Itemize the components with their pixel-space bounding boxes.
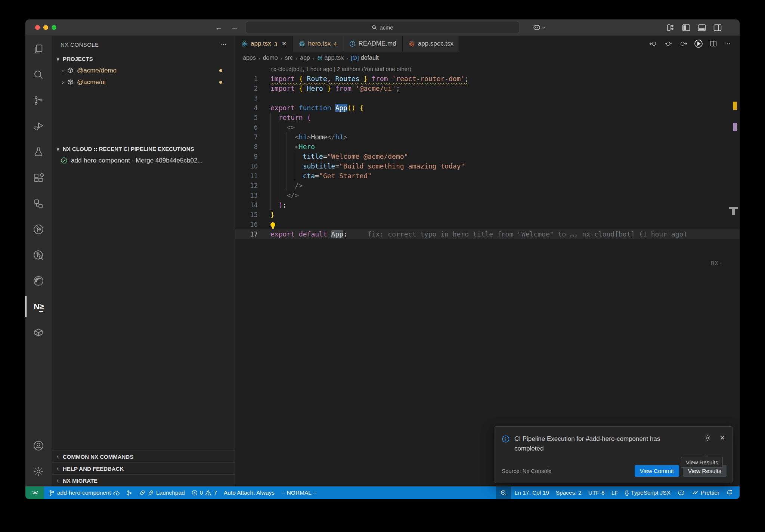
code-line[interactable]: 16 bbox=[235, 220, 740, 229]
vim-mode-item[interactable]: -- NORMAL -- bbox=[278, 486, 320, 499]
git-graph-item[interactable] bbox=[123, 486, 136, 499]
indentation-item[interactable]: Spaces: 2 bbox=[552, 486, 585, 499]
lightbulb-icon[interactable] bbox=[270, 222, 275, 227]
code-editor[interactable]: nx-cloud[bot], 1 hour ago | 2 authors (Y… bbox=[235, 64, 740, 486]
project-item-acme-ui[interactable]: › @acme/ui bbox=[52, 76, 235, 88]
encoding-item[interactable]: UTF-8 bbox=[585, 486, 608, 499]
container-icon[interactable] bbox=[25, 319, 52, 345]
pipeline-execution-item[interactable]: add-hero-component - Merge 409b44e5cb02.… bbox=[52, 155, 235, 166]
git-branch-icon bbox=[49, 490, 55, 496]
double-check-icon: ✓✓ bbox=[692, 489, 699, 496]
chevron-right-icon: › bbox=[55, 454, 61, 460]
run-debug-icon[interactable] bbox=[25, 113, 52, 139]
search-icon bbox=[372, 25, 377, 30]
account-icon[interactable] bbox=[25, 433, 52, 458]
package-icon bbox=[67, 78, 74, 86]
react-icon bbox=[317, 55, 323, 61]
history-back-button[interactable]: ← bbox=[215, 23, 223, 32]
code-line[interactable]: 3 bbox=[235, 93, 740, 103]
maximize-window-button[interactable] bbox=[52, 25, 56, 30]
tab-hero-tsx[interactable]: hero.tsx 4 bbox=[293, 36, 343, 52]
common-nx-commands-section[interactable]: › COMMON NX COMMANDS bbox=[52, 451, 235, 463]
git-branch-item[interactable]: add-hero-component bbox=[46, 486, 123, 499]
minimize-window-button[interactable] bbox=[43, 25, 48, 30]
code-line[interactable]: 11cta="Get Started" bbox=[235, 171, 740, 181]
language-mode-item[interactable]: {} TypeScript JSX bbox=[622, 486, 674, 499]
code-line[interactable]: 13</> bbox=[235, 191, 740, 200]
code-line[interactable]: 7<h1>Home</h1> bbox=[235, 132, 740, 142]
projects-section-header[interactable]: ∨ PROJECTS bbox=[52, 53, 235, 65]
cursor-position-item[interactable]: Ln 17, Col 19 bbox=[511, 486, 552, 499]
tab-readme-md[interactable]: README.md bbox=[343, 36, 403, 52]
commit-graph-icon[interactable] bbox=[25, 242, 52, 268]
tab-app-spec-tsx[interactable]: app.spec.tsx bbox=[403, 36, 460, 52]
git-blame-codelens[interactable]: nx-cloud[bot], 1 hour ago | 2 authors (Y… bbox=[270, 64, 740, 74]
remote-indicator[interactable]: >< bbox=[25, 486, 44, 499]
breadcrumb-item-symbol[interactable]: [∅] default bbox=[351, 55, 378, 61]
breadcrumb-item[interactable]: app.tsx bbox=[317, 55, 344, 61]
code-line[interactable]: 8<Hero bbox=[235, 142, 740, 152]
gitlens-icon[interactable] bbox=[25, 216, 52, 242]
formatter-item[interactable]: ✓✓ Prettier bbox=[688, 486, 723, 499]
code-line[interactable]: 15} bbox=[235, 210, 740, 220]
notifications-bell-item[interactable] bbox=[723, 486, 736, 499]
tab-app-tsx[interactable]: app.tsx 3 ✕ bbox=[235, 36, 293, 52]
code-line[interactable]: 2import { Hero } from '@acme/ui'; bbox=[235, 84, 740, 93]
view-commit-button[interactable]: View Commit bbox=[635, 465, 679, 477]
toggle-panel-icon[interactable] bbox=[698, 24, 706, 31]
zoom-indicator[interactable] bbox=[496, 486, 511, 499]
next-change-icon[interactable] bbox=[679, 40, 687, 47]
testing-icon[interactable] bbox=[25, 139, 52, 165]
code-line[interactable]: 12/> bbox=[235, 181, 740, 191]
command-center-search[interactable]: acme bbox=[245, 22, 520, 33]
current-change-icon[interactable] bbox=[664, 40, 672, 47]
help-feedback-section[interactable]: › HELP AND FEEDBACK bbox=[52, 463, 235, 474]
chevron-right-icon: › bbox=[55, 478, 61, 483]
copilot-menu[interactable] bbox=[533, 24, 546, 31]
hierarchy-icon[interactable] bbox=[25, 191, 52, 216]
customize-layout-icon[interactable] bbox=[667, 24, 675, 31]
split-editor-icon[interactable] bbox=[710, 40, 717, 47]
more-actions-icon[interactable]: ⋯ bbox=[724, 40, 731, 48]
search-icon[interactable] bbox=[25, 62, 52, 87]
launchpad-item[interactable]: Launchpad bbox=[136, 486, 188, 499]
breadcrumb-item[interactable]: src bbox=[285, 55, 293, 61]
nx-migrate-section[interactable]: › NX MIGRATE bbox=[52, 474, 235, 486]
source-control-icon[interactable] bbox=[25, 87, 52, 113]
explorer-icon[interactable] bbox=[25, 36, 52, 62]
code-line[interactable]: 9title="Welcome @acme/demo" bbox=[235, 152, 740, 161]
run-button-icon[interactable] bbox=[694, 39, 703, 48]
close-icon[interactable]: ✕ bbox=[720, 434, 725, 442]
zoom-out-icon bbox=[501, 490, 507, 496]
breadcrumb-item[interactable]: apps bbox=[243, 55, 256, 61]
project-item-acme-demo[interactable]: › @acme/demo bbox=[52, 65, 235, 76]
close-icon[interactable]: ✕ bbox=[282, 40, 287, 47]
code-line[interactable]: 14); bbox=[235, 200, 740, 210]
code-line[interactable]: 4export function App() { bbox=[235, 103, 740, 113]
extensions-icon[interactable] bbox=[25, 165, 52, 191]
problems-item[interactable]: 0 7 bbox=[188, 486, 220, 499]
breadcrumb-item[interactable]: demo bbox=[263, 55, 278, 61]
auto-attach-item[interactable]: Auto Attach: Always bbox=[220, 486, 278, 499]
swirl-icon[interactable] bbox=[25, 268, 52, 294]
chevron-down-icon bbox=[542, 26, 546, 29]
code-line[interactable]: 1import { Route, Routes } from 'react-ro… bbox=[235, 74, 740, 84]
toggle-secondary-sidebar-icon[interactable] bbox=[713, 24, 722, 31]
titlebar: ← → acme bbox=[25, 19, 740, 36]
previous-change-icon[interactable] bbox=[649, 40, 657, 47]
code-line[interactable]: 6<> bbox=[235, 123, 740, 132]
code-line[interactable]: 5return ( bbox=[235, 113, 740, 123]
more-actions-icon[interactable]: ⋯ bbox=[220, 40, 227, 49]
toggle-primary-sidebar-icon[interactable] bbox=[682, 24, 690, 31]
history-forward-button[interactable]: → bbox=[231, 23, 238, 32]
nx-console-icon[interactable]: N≥ bbox=[25, 294, 52, 319]
nx-cloud-section-header[interactable]: ∨ NX CLOUD :: RECENT CI PIPELINE EXECUTI… bbox=[52, 143, 235, 155]
code-line[interactable]: 17export default App;fix: correct typo i… bbox=[235, 229, 740, 239]
settings-gear-icon[interactable] bbox=[25, 458, 52, 484]
code-line[interactable]: 10subtitle="Build something amazing toda… bbox=[235, 161, 740, 171]
eol-item[interactable]: LF bbox=[608, 486, 622, 499]
copilot-status-item[interactable] bbox=[674, 486, 688, 499]
breadcrumb-item[interactable]: app bbox=[300, 55, 310, 61]
notification-settings-gear-icon[interactable] bbox=[704, 434, 712, 442]
close-window-button[interactable] bbox=[35, 25, 40, 30]
